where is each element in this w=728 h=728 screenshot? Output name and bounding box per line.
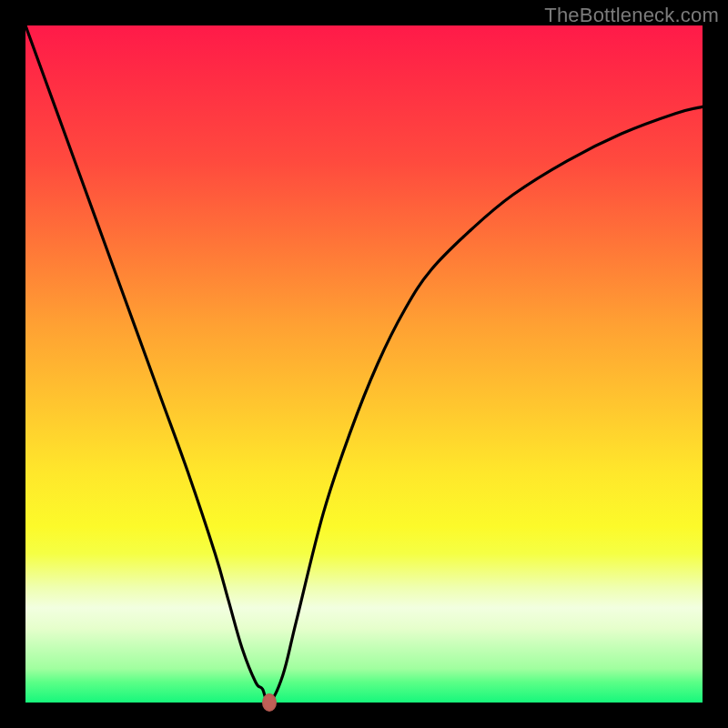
plot-area [25, 25, 703, 703]
watermark-label: TheBottleneck.com [544, 4, 719, 27]
optimal-point-marker [262, 693, 277, 712]
bottleneck-curve [25, 25, 703, 703]
chart-frame: TheBottleneck.com [0, 0, 728, 728]
